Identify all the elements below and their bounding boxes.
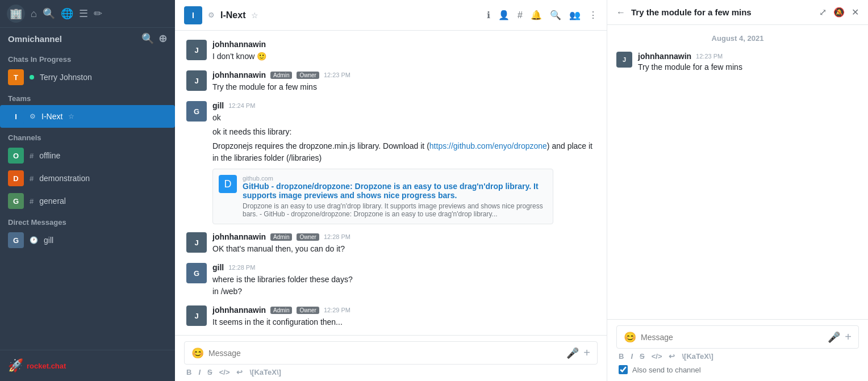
- right-panel-messages: August 4, 2021 J johnhannawin 12:23 PM T…: [607, 25, 868, 319]
- thread-italic-button[interactable]: I: [631, 352, 633, 361]
- formatting-toolbar: B I S </> ↩ \[KaTeX\]: [184, 365, 598, 378]
- close-icon[interactable]: ✕: [852, 7, 859, 18]
- table-row: G gill 12:28 PM where is the libraries f…: [186, 263, 595, 298]
- thread-code-button[interactable]: </>: [652, 352, 662, 361]
- admin-badge: Admin: [270, 307, 292, 314]
- sidebar-top-nav: 🏢 ⌂ 🔍 🌐 ☰ ✏: [0, 0, 175, 28]
- channels-title: Channels: [8, 133, 41, 142]
- more-icon[interactable]: ⋮: [589, 10, 598, 20]
- chat-header-icons: ℹ 👤 # 🔔 🔍 👥 ⋮: [487, 10, 598, 20]
- home-icon[interactable]: ⌂: [31, 8, 37, 20]
- mic-icon[interactable]: 🎤: [566, 347, 579, 359]
- thread-msg-meta: johnhannawin 12:23 PM: [638, 52, 742, 61]
- sidebar-item-offline[interactable]: O # offline: [0, 144, 175, 167]
- omnichannel-add-icon[interactable]: ⊕: [158, 32, 167, 45]
- link-preview: D github.com GitHub - dropzone/dropzone:…: [212, 169, 553, 224]
- thread-formatting-toolbar: B I S </> ↩ \[KaTeX\]: [616, 349, 859, 362]
- italic-button[interactable]: I: [198, 368, 201, 376]
- chats-in-progress-section: Chats In Progress: [0, 49, 175, 66]
- members-icon[interactable]: 👥: [569, 10, 581, 20]
- code-button[interactable]: </>: [219, 368, 230, 376]
- inext-star-icon: ☆: [68, 112, 74, 120]
- avatar: G: [186, 101, 207, 122]
- msg-text-extra: ok it needs this library:: [212, 126, 595, 138]
- list-icon[interactable]: ☰: [79, 7, 88, 20]
- terry-status: [30, 75, 34, 79]
- table-row: J johnhannawin Admin Owner 12:23 PM Try …: [186, 70, 595, 93]
- avatar: G: [186, 263, 207, 283]
- teams-icon: ⚙: [30, 112, 36, 120]
- thread-strike-button[interactable]: S: [640, 352, 645, 361]
- avatar: J: [186, 305, 207, 326]
- pin-icon[interactable]: 🔕: [833, 7, 845, 18]
- avatar: J: [186, 232, 207, 253]
- compose-icon[interactable]: ✏: [94, 7, 102, 20]
- omnichannel-section: Omnichannel 🔍 ⊕: [0, 28, 175, 49]
- direct-messages-title: Direct Messages: [8, 218, 66, 227]
- user-icon[interactable]: 👤: [498, 10, 510, 20]
- dropzone-link[interactable]: https://github.com/enyo/dropzone: [429, 141, 547, 150]
- offline-avatar: O: [8, 148, 24, 164]
- sidebar: 🏢 ⌂ 🔍 🌐 ☰ ✏ Omnichannel 🔍 ⊕ Chats In Pro…: [0, 0, 175, 381]
- sidebar-item-terry[interactable]: T Terry Johnston: [0, 66, 175, 89]
- hashtag-icon[interactable]: #: [518, 10, 523, 20]
- sidebar-item-inext[interactable]: I ⚙ I-Next ☆: [0, 105, 175, 128]
- bold-button[interactable]: B: [186, 368, 191, 376]
- strike-button[interactable]: S: [207, 368, 212, 376]
- right-panel-header: ← Try the module for a few mins ⤢ 🔕 ✕: [607, 0, 868, 25]
- add-icon[interactable]: +: [583, 346, 590, 359]
- chats-in-progress-title: Chats In Progress: [8, 55, 71, 64]
- link-title[interactable]: GitHub - dropzone/dropzone: Dropzone is …: [243, 182, 547, 200]
- katex-button[interactable]: \[KaTeX\]: [249, 368, 281, 376]
- star-icon[interactable]: ☆: [251, 11, 258, 20]
- thread-input-area: 😊 🎤 + B I S </> ↩ \[KaTeX\] Also send to…: [607, 319, 868, 381]
- sidebar-footer: 🚀 rocket.chat: [0, 350, 175, 381]
- thread-katex-button[interactable]: \[KaTeX\]: [682, 352, 713, 361]
- link-source: github.com: [243, 175, 547, 182]
- thread-message-input[interactable]: [641, 333, 823, 342]
- direct-messages-section: Direct Messages: [0, 212, 175, 229]
- emoji-icon[interactable]: 😊: [191, 347, 204, 359]
- msg-meta: johnhannawin Admin Owner 12:28 PM: [212, 232, 595, 241]
- search-icon[interactable]: 🔍: [43, 7, 55, 20]
- workspace-avatar[interactable]: 🏢: [7, 5, 25, 23]
- search-header-icon[interactable]: 🔍: [550, 10, 561, 20]
- msg-meta: gill 12:24 PM: [212, 101, 595, 110]
- thread-avatar: J: [616, 52, 632, 68]
- msg-text-extra: in /web?: [212, 286, 595, 298]
- channel-hash-icon: #: [30, 152, 34, 160]
- msg-text: OK that's manual then, you can do it?: [212, 243, 595, 255]
- thread-mic-icon[interactable]: 🎤: [828, 331, 840, 344]
- sender-name: johnhannawin: [212, 305, 266, 315]
- globe-icon[interactable]: 🌐: [61, 7, 73, 20]
- sidebar-item-general[interactable]: G # general: [0, 190, 175, 212]
- sidebar-item-demonstration[interactable]: D # demonstration: [0, 167, 175, 190]
- msg-text: I don't know 🙂: [212, 51, 595, 62]
- msg-text: It seems in the it configuration then...: [212, 316, 595, 328]
- thread-add-icon[interactable]: +: [845, 330, 852, 344]
- rocket-chat-label: rocket.chat: [27, 362, 66, 370]
- sender-name: johnhannawin: [212, 40, 266, 49]
- expand-icon[interactable]: ⤢: [819, 7, 827, 18]
- msg-meta: gill 12:28 PM: [212, 263, 595, 272]
- also-send-label: Also send to channel: [632, 366, 701, 374]
- message-input[interactable]: [208, 349, 562, 358]
- back-button[interactable]: ←: [616, 7, 625, 18]
- thread-emoji-icon[interactable]: 😊: [624, 331, 636, 344]
- general-avatar: G: [8, 193, 24, 209]
- avatar: J: [186, 40, 207, 60]
- inext-avatar: I: [8, 108, 24, 124]
- channel-hash-icon3: #: [30, 197, 34, 206]
- sidebar-item-gill[interactable]: G 🕐 gill: [0, 229, 175, 252]
- info-icon[interactable]: ℹ: [487, 10, 490, 20]
- thread-multiline-button[interactable]: ↩: [669, 352, 675, 361]
- omnichannel-search-icon[interactable]: 🔍: [141, 32, 154, 45]
- sender-name: johnhannawin: [212, 70, 266, 79]
- message-input-row: 😊 🎤 +: [184, 341, 598, 365]
- also-send-checkbox[interactable]: [619, 365, 628, 374]
- thread-bold-button[interactable]: B: [619, 352, 624, 361]
- multiline-button[interactable]: ↩: [236, 368, 243, 376]
- list-item: J johnhannawin 12:23 PM Try the module f…: [616, 52, 859, 72]
- bell-icon[interactable]: 🔔: [531, 10, 542, 20]
- table-row: J johnhannawin Admin Owner 12:28 PM OK t…: [186, 232, 595, 255]
